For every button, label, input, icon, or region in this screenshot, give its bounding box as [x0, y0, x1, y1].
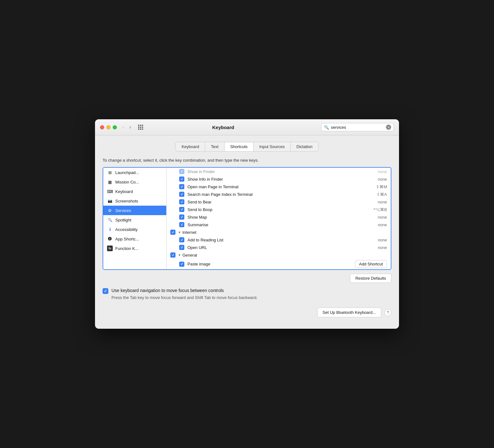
shortcut-checkbox[interactable]: ✓: [179, 184, 184, 189]
sidebar-item-label: Keyboard: [115, 189, 133, 194]
close-button[interactable]: [100, 125, 104, 129]
traffic-lights: [100, 125, 117, 129]
shortcut-checkbox[interactable]: ✓: [179, 245, 184, 250]
minimize-button[interactable]: [106, 125, 111, 129]
keyboard-nav-label: Use keyboard navigation to move focus be…: [111, 288, 224, 293]
sidebar-item-label: Launchpad...: [115, 170, 139, 175]
window-title: Keyboard: [129, 125, 317, 130]
shortcut-key: none: [378, 215, 387, 220]
bluetooth-keyboard-button[interactable]: Set Up Bluetooth Keyboard...: [317, 308, 381, 317]
section-header-general[interactable]: ✓ ▾ General: [167, 251, 391, 259]
sidebar-item-accessibility[interactable]: ℹ Accessibility: [103, 225, 166, 234]
tab-text[interactable]: Text: [205, 142, 225, 152]
tab-keyboard[interactable]: Keyboard: [175, 142, 205, 152]
help-button[interactable]: ?: [384, 309, 391, 316]
keyboard-nav-checkbox[interactable]: ✓: [103, 288, 108, 294]
shortcut-key: none: [378, 200, 387, 204]
sidebar-item-app-shortcuts[interactable]: 🅐 App Shortc...: [103, 234, 166, 244]
shortcut-row[interactable]: ✓ Send to Boop ^⌥⌘B: [167, 206, 391, 213]
screenshots-icon: 📷: [107, 198, 113, 204]
keyboard-icon: ⌨: [107, 189, 113, 194]
main-panel: ⊞ Launchpad... ▦ Mission Co... ⌨ Keyboar…: [103, 167, 391, 270]
search-clear-button[interactable]: ✕: [386, 125, 391, 130]
sidebar-item-label: Services: [115, 208, 131, 213]
sidebar-item-label: Spotlight: [115, 218, 131, 222]
shortcut-row[interactable]: ✓ Summarise none: [167, 221, 391, 228]
shortcut-checkbox[interactable]: ✓: [179, 222, 184, 227]
shortcut-name: Open man Page in Terminal: [187, 184, 376, 189]
shortcut-checkbox[interactable]: ✓: [170, 252, 175, 258]
shortcut-name: Show in Finder: [187, 169, 378, 174]
launchpad-icon: ⊞: [107, 170, 113, 175]
shortcut-row[interactable]: ✓ Send to Bear none: [167, 198, 391, 206]
shortcut-key: none: [378, 222, 387, 227]
main-window: ‹ › Keyboard 🔍 ✕ Keyboard Text Shortcuts…: [95, 119, 399, 329]
search-bar: 🔍 ✕: [321, 123, 394, 131]
shortcut-checkbox[interactable]: ✓: [179, 169, 184, 174]
sidebar-item-keyboard[interactable]: ⌨ Keyboard: [103, 187, 166, 196]
maximize-button[interactable]: [113, 125, 117, 129]
sidebar-item-mission-control[interactable]: ▦ Mission Co...: [103, 177, 166, 187]
add-shortcut-button[interactable]: Add Shortcut: [355, 260, 387, 268]
tabs-bar: Keyboard Text Shortcuts Input Sources Di…: [103, 142, 391, 152]
services-icon: ⚙: [107, 208, 113, 213]
shortcut-key: none: [378, 238, 387, 242]
sidebar-item-label: Mission Co...: [115, 180, 139, 184]
tab-input-sources[interactable]: Input Sources: [254, 142, 291, 152]
shortcut-name: Add to Reading List: [187, 238, 378, 242]
shortcut-checkbox[interactable]: ✓: [179, 215, 184, 220]
app-shortcuts-icon: 🅐: [107, 236, 113, 242]
sidebar-item-spotlight[interactable]: 🔍 Spotlight: [103, 215, 166, 225]
shortcut-checkbox[interactable]: ✓: [179, 207, 184, 212]
shortcut-row[interactable]: ✓ Show Map none: [167, 213, 391, 221]
sidebar-item-label: Function K...: [115, 246, 138, 251]
section-header-internet[interactable]: ✓ ▾ Internet: [167, 228, 391, 236]
shortcut-key: ⇧⌘M: [376, 184, 387, 189]
section-name: General: [182, 253, 387, 258]
shortcut-row[interactable]: ✓ Open man Page in Terminal ⇧⌘M: [167, 183, 391, 190]
shortcut-row[interactable]: ✓ Search man Page Index in Terminal ⇧⌘A: [167, 190, 391, 198]
sidebar-item-label: Screenshots: [115, 199, 138, 203]
shortcut-row[interactable]: ✓ Add to Reading List none: [167, 236, 391, 244]
shortcut-checkbox[interactable]: ✓: [179, 237, 184, 242]
shortcut-key: none: [378, 169, 387, 174]
shortcut-name: Summarise: [187, 222, 378, 227]
restore-defaults-button[interactable]: Restore Defaults: [350, 274, 391, 283]
instruction-text: To change a shortcut, select it, click t…: [103, 158, 391, 163]
shortcut-key: ^⌥⌘B: [373, 207, 387, 212]
shortcut-row[interactable]: ✓ Show in Finder none: [167, 168, 391, 175]
section-name: Internet: [182, 230, 387, 235]
shortcuts-content: ✓ Show in Finder none ✓ Show Info in Fin…: [167, 168, 391, 269]
shortcut-name: Send to Boop: [187, 207, 373, 212]
shortcut-checkbox[interactable]: ✓: [170, 230, 175, 235]
shortcut-name: Show Info in Finder: [187, 177, 378, 182]
shortcut-row-paste-image[interactable]: ✓ Paste image Add Shortcut: [167, 259, 391, 269]
search-input[interactable]: [331, 125, 384, 130]
shortcut-checkbox[interactable]: ✓: [179, 192, 184, 197]
tab-shortcuts[interactable]: Shortcuts: [225, 142, 254, 152]
shortcut-checkbox[interactable]: ✓: [179, 177, 184, 182]
back-button[interactable]: ‹: [121, 124, 126, 131]
keyboard-nav-section: ✓ Use keyboard navigation to move focus …: [103, 288, 391, 294]
sidebar-item-function-keys[interactable]: fn Function K...: [103, 244, 166, 253]
shortcut-row[interactable]: ✓ Show Info in Finder none: [167, 175, 391, 183]
shortcut-row[interactable]: ✓ Open URL none: [167, 244, 391, 251]
sidebar-item-services[interactable]: ⚙ Services: [103, 206, 166, 215]
shortcut-key: none: [378, 245, 387, 250]
sidebar-item-launchpad[interactable]: ⊞ Launchpad...: [103, 168, 166, 177]
shortcut-checkbox[interactable]: ✓: [179, 199, 184, 204]
shortcut-name: Search man Page Index in Terminal: [187, 192, 377, 197]
section-toggle-general: ▾: [179, 253, 180, 257]
shortcut-name: Send to Bear: [187, 200, 378, 204]
accessibility-icon: ℹ: [107, 227, 113, 232]
section-toggle-internet: ▾: [179, 230, 180, 234]
content-area: Keyboard Text Shortcuts Input Sources Di…: [95, 135, 399, 329]
tab-dictation[interactable]: Dictation: [291, 142, 319, 152]
shortcut-checkbox[interactable]: ✓: [179, 262, 184, 267]
shortcut-name: Show Map: [187, 215, 378, 220]
shortcut-name: Paste image: [187, 262, 355, 266]
search-icon: 🔍: [324, 125, 329, 130]
titlebar: ‹ › Keyboard 🔍 ✕: [95, 119, 399, 135]
sidebar-item-screenshots[interactable]: 📷 Screenshots: [103, 196, 166, 206]
sidebar: ⊞ Launchpad... ▦ Mission Co... ⌨ Keyboar…: [103, 168, 167, 269]
